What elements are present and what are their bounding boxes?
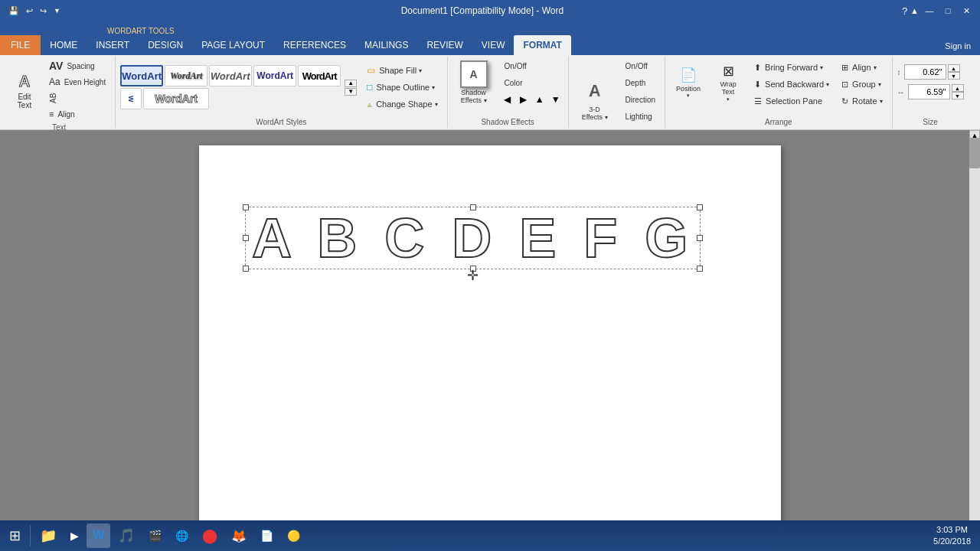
shadow-nudge-right[interactable]: ▶ bbox=[516, 92, 531, 107]
threed-effects-button[interactable]: A 3-DEffects ▾ bbox=[573, 75, 616, 124]
tab-home[interactable]: HOME bbox=[41, 35, 87, 55]
wordart-tools-label: WORDART TOOLS bbox=[0, 25, 980, 35]
rotate-button[interactable]: ↻ Rotate ▾ bbox=[837, 93, 887, 109]
tab-design[interactable]: DESIGN bbox=[139, 35, 192, 55]
taskbar-firefox[interactable]: 🦊 bbox=[225, 523, 253, 548]
wordart-style-6[interactable]: WordArt bbox=[143, 88, 209, 109]
shadow-on-off-button[interactable]: On/Off bbox=[500, 58, 564, 73]
save-icon[interactable]: 💾 bbox=[6, 5, 21, 17]
maximize-button[interactable]: □ bbox=[940, 5, 956, 17]
taskbar-sep-1 bbox=[30, 525, 31, 546]
height-input-row: ↕ ▲ ▼ bbox=[897, 64, 960, 80]
taskbar-explorer[interactable]: 📁 bbox=[34, 523, 63, 548]
handle-mr[interactable] bbox=[697, 235, 703, 241]
wordart-style-vertical[interactable]: W bbox=[120, 88, 142, 109]
spacing-button[interactable]: AV Spacing bbox=[44, 58, 110, 73]
tab-mailings[interactable]: MAILINGS bbox=[355, 35, 417, 55]
tab-insert[interactable]: INSERT bbox=[87, 35, 139, 55]
even-height-button[interactable]: Aa Even Height bbox=[44, 74, 110, 90]
help-icon[interactable]: ? bbox=[902, 5, 907, 17]
send-backward-dropdown[interactable]: ▾ bbox=[826, 81, 829, 88]
shape-outline-button[interactable]: □ Shape Outline ▾ bbox=[362, 80, 442, 95]
wordart-scroll[interactable]: ▲ ▼ bbox=[345, 80, 357, 96]
shape-fill-dropdown[interactable]: ▾ bbox=[419, 67, 422, 74]
align-text-button[interactable]: ≡ Align bbox=[44, 106, 110, 122]
quick-access-toolbar[interactable]: 💾 ↩ ↪ ▼ bbox=[6, 5, 63, 17]
selection-pane-button[interactable]: ☰ Selection Pane bbox=[750, 93, 834, 109]
align-button[interactable]: ⊞ Align ▾ bbox=[837, 60, 887, 75]
window-controls[interactable]: — □ ✕ bbox=[922, 5, 974, 17]
scroll-up-btn[interactable]: ▲ bbox=[345, 80, 357, 87]
width-up[interactable]: ▲ bbox=[952, 84, 964, 92]
shadow-nudge-up[interactable]: ▲ bbox=[532, 92, 547, 107]
customize-icon[interactable]: ▼ bbox=[51, 6, 63, 15]
shadow-color-button[interactable]: Color bbox=[500, 75, 564, 90]
3d-depth-button[interactable]: Depth bbox=[621, 75, 660, 90]
width-down[interactable]: ▼ bbox=[952, 92, 964, 99]
minimize-button[interactable]: — bbox=[922, 5, 937, 17]
scroll-down-btn[interactable]: ▼ bbox=[345, 88, 357, 96]
redo-icon[interactable]: ↪ bbox=[38, 5, 49, 17]
tab-format[interactable]: FORMAT bbox=[514, 35, 570, 55]
handle-ml[interactable] bbox=[243, 235, 249, 241]
wordart-style-4[interactable]: WordArt bbox=[253, 65, 296, 86]
sign-in-link[interactable]: Sign in bbox=[945, 41, 980, 55]
start-button[interactable]: ⊞ bbox=[3, 523, 27, 548]
tab-references[interactable]: REFERENCES bbox=[274, 35, 355, 55]
taskbar-video[interactable]: 🎬 bbox=[142, 523, 168, 548]
height-up[interactable]: ▲ bbox=[948, 64, 960, 72]
taskbar-unknown-1[interactable]: 🎵 bbox=[112, 523, 141, 548]
group-button[interactable]: ⊡ Group ▾ bbox=[837, 77, 887, 92]
height-spinner[interactable]: ▲ ▼ bbox=[948, 64, 960, 80]
change-shape-button[interactable]: ⟁ Change Shape ▾ bbox=[362, 96, 442, 112]
shadow-nudge-down[interactable]: ▼ bbox=[548, 92, 564, 107]
wordart-style-2[interactable]: WordArt bbox=[165, 65, 207, 86]
tab-page-layout[interactable]: PAGE LAYOUT bbox=[192, 35, 274, 55]
taskbar-unknown-2[interactable]: ⬤ bbox=[196, 523, 224, 548]
handle-tl[interactable] bbox=[243, 204, 249, 210]
wordart-style-5[interactable]: WordArt bbox=[298, 65, 341, 86]
taskbar-browser-1[interactable]: 🌐 bbox=[169, 523, 194, 548]
vertical-scrollbar[interactable]: ▲ ▼ bbox=[969, 130, 980, 545]
taskbar-pdf[interactable]: 📄 bbox=[254, 523, 279, 548]
shadow-effects-button[interactable]: A ShadowEffects ▾ bbox=[452, 58, 495, 107]
taskbar-clock: 3:03 PM 5/20/2018 bbox=[927, 524, 977, 548]
shape-fill-button[interactable]: ▭ Shape Fill ▾ bbox=[362, 63, 442, 78]
undo-icon[interactable]: ↩ bbox=[24, 5, 35, 17]
tab-file[interactable]: FILE bbox=[0, 35, 41, 55]
handle-bl[interactable] bbox=[243, 266, 249, 272]
handle-br[interactable] bbox=[697, 266, 703, 272]
send-backward-button[interactable]: ⬇ Send Backward ▾ bbox=[750, 77, 834, 92]
wrap-text-button[interactable]: ⊠ WrapText ▾ bbox=[710, 58, 746, 107]
taskbar-word[interactable]: W bbox=[87, 523, 110, 548]
wordart-style-1[interactable]: WordArt bbox=[120, 65, 163, 86]
position-button[interactable]: 📄 Position ▾ bbox=[670, 58, 707, 107]
scroll-thumb[interactable] bbox=[969, 138, 980, 168]
change-shape-dropdown[interactable]: ▾ bbox=[435, 101, 438, 108]
edit-text-button[interactable]: A Edit Text bbox=[8, 66, 41, 115]
bring-forward-button[interactable]: ⬆ Bring Forward ▾ bbox=[750, 60, 834, 75]
handle-tr[interactable] bbox=[697, 204, 703, 210]
height-input[interactable] bbox=[904, 64, 946, 80]
ribbon-toggle-icon[interactable]: ▲ bbox=[910, 6, 919, 15]
wordart-container[interactable]: A B C D E F G ✛ bbox=[245, 207, 701, 269]
tab-view[interactable]: VIEW bbox=[472, 35, 514, 55]
3d-direction-button[interactable]: Direction bbox=[621, 92, 660, 107]
3d-on-off-button[interactable]: On/Off bbox=[621, 58, 660, 73]
bring-forward-dropdown[interactable]: ▾ bbox=[820, 64, 823, 71]
handle-tm[interactable] bbox=[470, 204, 476, 210]
shadow-nudge-left[interactable]: ◀ bbox=[500, 92, 515, 107]
width-spinner[interactable]: ▲ ▼ bbox=[952, 84, 964, 99]
wordart-style-3[interactable]: WordArt bbox=[209, 65, 252, 86]
shape-outline-dropdown[interactable]: ▾ bbox=[432, 84, 435, 91]
ribbon-group-3d-effects: A 3-DEffects ▾ On/Off Depth Direction Li… bbox=[569, 57, 665, 128]
taskbar-media-player[interactable]: ▶ bbox=[64, 523, 85, 548]
tab-review[interactable]: REVIEW bbox=[417, 35, 472, 55]
ribbon: A Edit Text AV Spacing Aa Even Height AB… bbox=[0, 55, 980, 130]
height-down[interactable]: ▼ bbox=[948, 72, 960, 80]
3d-lighting-button[interactable]: Lighting bbox=[621, 109, 660, 124]
width-input[interactable] bbox=[908, 84, 950, 99]
taskbar-unknown-3[interactable]: 🟡 bbox=[281, 523, 306, 548]
close-button[interactable]: ✕ bbox=[959, 5, 974, 17]
vertical-text-button[interactable]: ABC bbox=[44, 90, 110, 106]
